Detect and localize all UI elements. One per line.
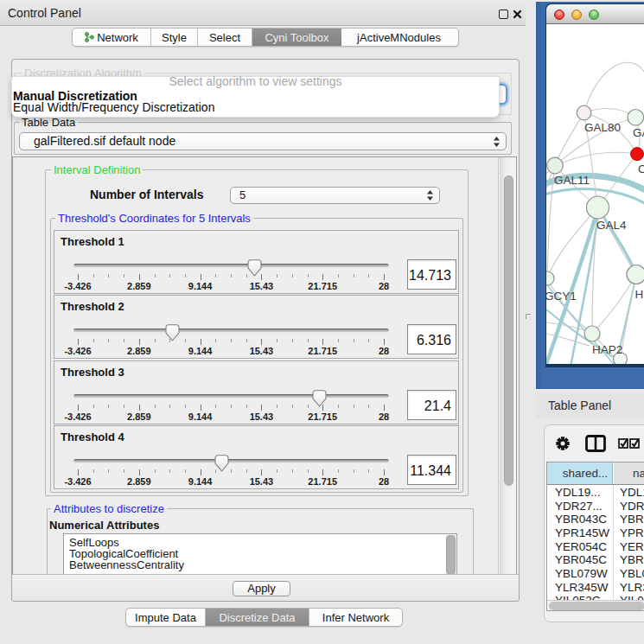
- svg-text:GA: GA: [633, 126, 644, 139]
- svg-text:GCY1: GCY1: [546, 290, 577, 303]
- svg-text:HAP2: HAP2: [592, 343, 622, 356]
- svg-text:GAL4: GAL4: [596, 219, 627, 232]
- svg-text:GAL80: GAL80: [584, 121, 621, 134]
- svg-text:C: C: [638, 163, 644, 175]
- svg-text:H: H: [635, 288, 644, 301]
- svg-text:GAL11: GAL11: [554, 174, 590, 187]
